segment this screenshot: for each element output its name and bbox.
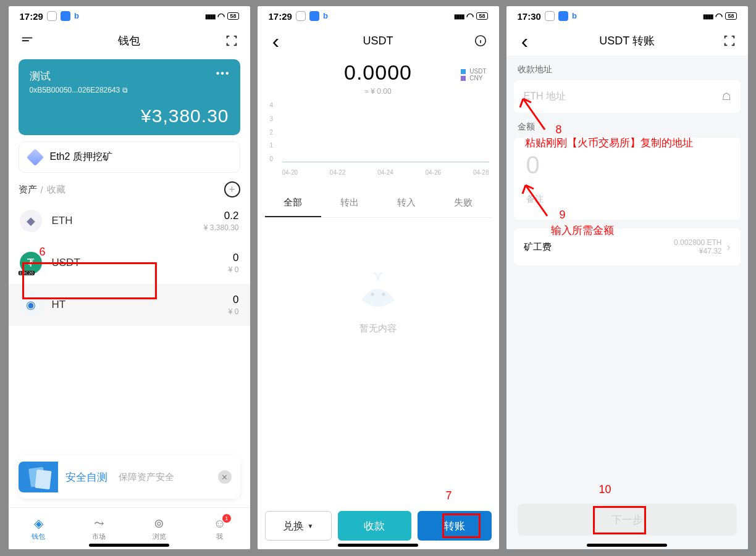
address-input[interactable]: ETH 地址 ☖ bbox=[524, 90, 731, 103]
alarm-icon bbox=[545, 11, 555, 21]
nav-me[interactable]: ☺1我 bbox=[190, 508, 250, 549]
phone-usdt-detail: 17:29 b 58 USDT 0.0000 ≈ ¥ 0.00 USDT CNY… bbox=[258, 6, 499, 549]
asset-fiat: ¥ 0 bbox=[229, 265, 239, 274]
alarm-icon bbox=[47, 11, 57, 21]
app-header: USDT bbox=[258, 26, 499, 56]
close-icon[interactable]: ✕ bbox=[218, 470, 232, 484]
wallet-address: 0xB5B00050...026E282643 ⧉ bbox=[30, 86, 229, 94]
miner-fee-row[interactable]: 矿工费 0.002800 ETH ¥47.32 › bbox=[514, 228, 741, 265]
home-indicator[interactable] bbox=[89, 544, 169, 547]
asset-symbol: USDT bbox=[52, 257, 80, 269]
fee-sub: ¥47.32 bbox=[674, 247, 721, 255]
asset-fiat: ¥ 3,380.30 bbox=[204, 223, 239, 232]
legend-swatch-usdt bbox=[461, 69, 466, 74]
battery-icon: 58 bbox=[725, 12, 736, 20]
chart-legend: USDT CNY bbox=[461, 68, 486, 81]
chevron-down-icon: ▼ bbox=[308, 523, 314, 529]
token-balance-fiat: ≈ ¥ 0.00 bbox=[258, 87, 499, 96]
qr-icon[interactable]: ⧉ bbox=[122, 86, 128, 94]
empty-text: 暂无内容 bbox=[359, 323, 397, 334]
tab-out[interactable]: 转出 bbox=[321, 189, 378, 217]
eth-icon: ◆ bbox=[20, 210, 42, 232]
phone-usdt-transfer: 17:30 b 58 USDT 转账 收款地址 ETH 地址 ☖ 金额 0 备 bbox=[506, 6, 748, 549]
page-title: 钱包 bbox=[36, 33, 223, 48]
tab-all[interactable]: 全部 bbox=[265, 189, 322, 217]
security-banner[interactable]: 安全自测 保障资产安全 ✕ bbox=[19, 455, 240, 499]
legend-swatch-cny bbox=[461, 76, 466, 81]
send-button[interactable]: 转账 bbox=[418, 511, 492, 541]
fee-label: 矿工费 bbox=[524, 241, 552, 253]
amount-label: 金额 bbox=[506, 113, 748, 138]
contact-icon[interactable]: ☖ bbox=[722, 91, 731, 102]
banner-icon bbox=[19, 462, 58, 492]
banner-sub: 保障资产安全 bbox=[119, 471, 174, 483]
signal-icon bbox=[205, 12, 215, 20]
whale-icon bbox=[350, 261, 406, 317]
wifi-icon bbox=[466, 11, 474, 21]
tab-favorites[interactable]: 收藏 bbox=[47, 184, 65, 196]
phone-wallet-home: 17:29 b 58 钱包 ••• 测试 0xB5B00050...026E28… bbox=[9, 6, 250, 549]
address-placeholder: ETH 地址 bbox=[524, 90, 566, 103]
asset-symbol: HT bbox=[52, 299, 66, 311]
amount-input[interactable]: 0 bbox=[524, 147, 731, 191]
wifi-icon bbox=[715, 11, 723, 21]
app-icon bbox=[61, 11, 70, 21]
wallet-balance: ¥3,380.30 bbox=[30, 106, 229, 127]
asset-row-usdt[interactable]: ₮ USDT 0 ¥ 0 bbox=[9, 242, 250, 284]
info-icon[interactable] bbox=[472, 32, 489, 49]
diamond-icon bbox=[26, 148, 43, 165]
me-icon: ☺1 bbox=[213, 517, 225, 531]
tab-in[interactable]: 转入 bbox=[378, 189, 435, 217]
address-card: ETH 地址 ☖ bbox=[514, 80, 741, 113]
asset-row-ht[interactable]: ◉ HT 0 ¥ 0 bbox=[9, 284, 250, 326]
home-indicator[interactable] bbox=[338, 544, 418, 547]
action-row: 兑换▼ 收款 转账 bbox=[265, 511, 492, 541]
wifi-icon bbox=[217, 11, 225, 21]
usdt-icon: ₮ bbox=[20, 252, 42, 274]
scan-icon[interactable] bbox=[223, 32, 240, 49]
eth2-stake-row[interactable]: Eth2 质押挖矿 bbox=[19, 141, 240, 173]
asset-amount: 0 bbox=[229, 294, 239, 306]
app-icon-b: b bbox=[74, 11, 84, 21]
asset-row-eth[interactable]: ◆ ETH 0.2 ¥ 3,380.30 bbox=[9, 200, 250, 242]
bottom-nav: ◈钱包 ⤳市场 ⊚浏览 ☺1我 bbox=[9, 507, 250, 549]
app-icon-b: b bbox=[323, 11, 333, 21]
wallet-name: 测试 bbox=[30, 69, 229, 83]
status-time: 17:29 bbox=[20, 11, 43, 22]
asset-amount: 0 bbox=[229, 252, 239, 264]
menu-icon[interactable] bbox=[19, 32, 36, 49]
add-asset-button[interactable]: + bbox=[224, 181, 240, 197]
nav-wallet[interactable]: ◈钱包 bbox=[9, 508, 69, 549]
status-bar: 17:30 b 58 bbox=[506, 6, 748, 26]
tx-tabs: 全部 转出 转入 失败 bbox=[265, 189, 492, 218]
next-button[interactable]: 下一步 bbox=[518, 504, 737, 536]
tab-assets[interactable]: 资产 bbox=[19, 184, 37, 196]
back-icon[interactable] bbox=[516, 32, 534, 49]
wallet-card[interactable]: ••• 测试 0xB5B00050...026E282643 ⧉ ¥3,380.… bbox=[19, 59, 240, 135]
app-icon bbox=[309, 11, 319, 21]
market-icon: ⤳ bbox=[94, 516, 104, 531]
asset-amount: 0.2 bbox=[204, 210, 239, 222]
exchange-button[interactable]: 兑换▼ bbox=[265, 511, 332, 541]
battery-icon: 58 bbox=[476, 12, 487, 20]
badge: 1 bbox=[222, 514, 231, 523]
alarm-icon bbox=[296, 11, 306, 21]
nav-market[interactable]: ⤳市场 bbox=[69, 508, 129, 549]
signal-icon bbox=[703, 12, 713, 20]
battery-icon: 58 bbox=[227, 12, 238, 20]
wallet-icon: ◈ bbox=[34, 516, 43, 531]
nav-browse[interactable]: ⊚浏览 bbox=[129, 508, 190, 549]
scan-icon[interactable] bbox=[721, 32, 738, 49]
tab-fail[interactable]: 失败 bbox=[435, 189, 492, 217]
amount-card: 0 备注 bbox=[514, 138, 741, 220]
ht-icon: ◉ bbox=[20, 294, 42, 316]
svg-point-2 bbox=[382, 293, 385, 296]
svg-point-1 bbox=[371, 293, 374, 296]
back-icon[interactable] bbox=[267, 32, 285, 49]
memo-input[interactable]: 备注 bbox=[524, 191, 731, 210]
signal-icon bbox=[454, 12, 464, 20]
home-indicator[interactable] bbox=[587, 544, 667, 547]
receive-button[interactable]: 收款 bbox=[338, 511, 412, 541]
asset-symbol: ETH bbox=[52, 215, 73, 227]
wallet-menu-icon[interactable]: ••• bbox=[216, 68, 230, 79]
